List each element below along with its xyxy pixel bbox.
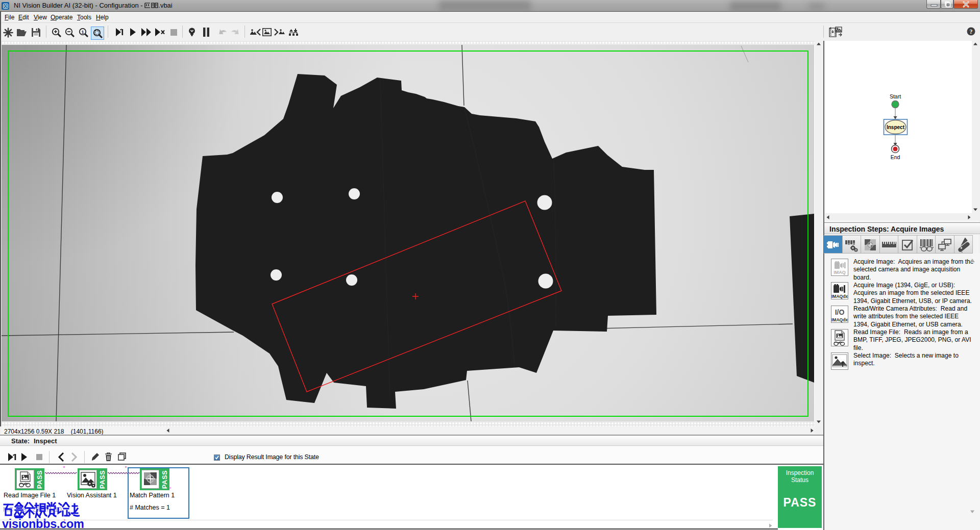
svg-text:1: 1 (81, 30, 84, 35)
svg-text:End: End (891, 154, 900, 160)
svg-text:Start: Start (890, 93, 901, 99)
svg-text:IMAQ: IMAQ (834, 270, 846, 275)
svg-text:IMAQdx: IMAQdx (831, 294, 848, 299)
svg-text:?: ? (970, 28, 973, 35)
svg-text:Inspect: Inspect (887, 124, 905, 130)
svg-text:IMAQdx: IMAQdx (831, 317, 848, 322)
svg-text:I/O: I/O (835, 308, 845, 316)
